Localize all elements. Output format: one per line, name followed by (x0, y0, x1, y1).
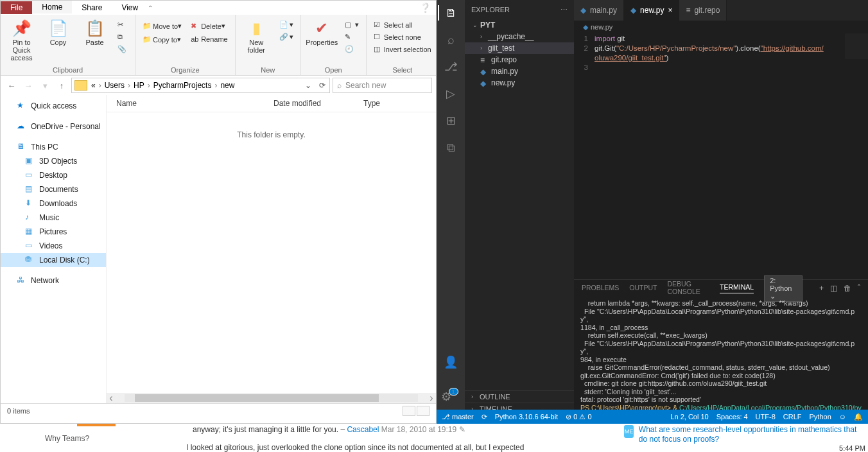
explorer-icon[interactable]: 🗎 (438, 5, 464, 21)
view-details-button[interactable] (403, 406, 415, 416)
outline-section[interactable]: ›OUTLINE (465, 390, 574, 403)
crumb-ellipsis[interactable]: « (90, 81, 97, 90)
new-item-button[interactable]: 📄▾ (275, 19, 297, 30)
sidebar-pictures[interactable]: ▦Pictures (1, 225, 106, 239)
tab-git-repo[interactable]: ≡git.repo (679, 0, 727, 21)
sidebar-desktop[interactable]: ▭Desktop (1, 168, 106, 182)
paste-shortcut-button[interactable]: 📎 (114, 44, 132, 55)
tab-main-py[interactable]: ◆main.py (574, 0, 624, 21)
crumb-new[interactable]: new (219, 81, 236, 90)
why-teams-link[interactable]: Why Teams? (45, 434, 89, 443)
copy-path-button[interactable]: ⧉ (114, 31, 132, 42)
copy-button[interactable]: 📄Copy (40, 17, 76, 49)
status-problems[interactable]: ⊘ 0 ⚠ 0 (566, 413, 591, 421)
crumb-hp[interactable]: HP (132, 81, 146, 90)
tab-output[interactable]: OUTPUT (629, 284, 657, 293)
status-eol[interactable]: CRLF (783, 413, 802, 421)
panel-more-icon[interactable]: ⋯ (560, 6, 568, 14)
open-button[interactable]: ▢▾ (341, 19, 363, 30)
source-control-icon[interactable]: ⎇ (443, 59, 458, 74)
status-feedback-icon[interactable]: ☺ (839, 413, 846, 421)
remote-icon[interactable]: ⧉ (443, 140, 458, 155)
column-headers[interactable]: Name Date modified Type (107, 95, 436, 112)
move-to-button[interactable]: 📁Move to ▾ (139, 21, 186, 31)
sidebar-documents[interactable]: ▤Documents (1, 182, 106, 196)
addr-refresh-button[interactable]: ⟳ (315, 81, 329, 90)
address-bar[interactable]: «› Users› HP› PycharmProjects› new ⌄ ⟳ (71, 78, 330, 93)
col-name[interactable]: Name (116, 99, 273, 108)
edit-button[interactable]: ✎ (341, 31, 363, 42)
settings-gear-icon[interactable]: ⚙1 (443, 389, 458, 404)
addr-dropdown-button[interactable]: ⌄ (301, 81, 315, 90)
tab-view[interactable]: View (112, 1, 148, 14)
sidebar-videos[interactable]: ▭Videos (1, 239, 106, 253)
tree-new-py[interactable]: ◆new.py (465, 77, 574, 89)
status-sync[interactable]: ⟳ (482, 413, 487, 421)
tab-share[interactable]: Share (72, 1, 112, 14)
easy-access-button[interactable]: 🔗▾ (275, 31, 297, 42)
tree-main-py[interactable]: ◆main.py (465, 65, 574, 77)
tab-problems[interactable]: PROBLEMS (582, 284, 619, 293)
col-date[interactable]: Date modified (273, 99, 363, 108)
nav-recent-button[interactable]: ▾ (38, 78, 52, 92)
run-debug-icon[interactable]: ▷ (443, 86, 458, 101)
tab-home[interactable]: Home (32, 1, 72, 15)
sidebar-local-disk-c[interactable]: ⛃Local Disk (C:) (1, 253, 106, 267)
help-icon[interactable]: ❔ (420, 3, 431, 13)
minimap[interactable] (845, 33, 868, 59)
close-icon[interactable]: × (668, 6, 672, 15)
ribbon-collapse-caret[interactable]: ⌃ (148, 4, 153, 12)
rename-button[interactable]: abRename (187, 34, 232, 44)
kill-terminal-icon[interactable]: 🗑 (844, 284, 851, 293)
nav-forward-button[interactable]: → (21, 78, 35, 92)
view-icons-button[interactable] (417, 406, 430, 416)
search-icon[interactable]: ⌕ (443, 32, 458, 48)
terminal-output[interactable]: return lambda *args, **kwargs: self._cal… (574, 297, 868, 424)
status-encoding[interactable]: UTF-8 (756, 413, 776, 421)
tab-file[interactable]: File (1, 1, 32, 14)
split-terminal-icon[interactable]: ◫ (830, 284, 837, 293)
maximize-panel-icon[interactable]: ˆ (858, 284, 860, 293)
status-language[interactable]: Python (810, 413, 831, 421)
crumb-pycharmprojects[interactable]: PycharmProjects (152, 81, 213, 90)
history-button[interactable]: 🕘 (341, 44, 363, 55)
sidebar-downloads[interactable]: ⬇Downloads (1, 196, 106, 211)
status-ln-col[interactable]: Ln 2, Col 10 (670, 413, 708, 421)
tab-debug-console[interactable]: DEBUG CONSOLE (668, 280, 710, 297)
tree-giit-test[interactable]: ›giit_test (465, 42, 574, 54)
nav-back-button[interactable]: ← (4, 78, 19, 92)
editor-breadcrumb[interactable]: ◆new.py (574, 21, 868, 33)
sidebar-3d-objects[interactable]: ▣3D Objects (1, 154, 106, 168)
col-type[interactable]: Type (363, 99, 402, 108)
related-question[interactable]: ME What are some research-level opportun… (624, 425, 862, 444)
sidebar-music[interactable]: ♪Music (1, 211, 106, 225)
pin-quick-access-button[interactable]: 📌Pin to Quick access (4, 17, 39, 64)
code-lines[interactable]: import git git.Git("C:/Users/HP/PycharmP… (595, 34, 868, 279)
tab-terminal[interactable]: TERMINAL (720, 283, 754, 293)
copy-to-button[interactable]: 📁Copy to ▾ (139, 34, 186, 45)
new-terminal-icon[interactable]: + (819, 284, 824, 293)
horizontal-scrollbar[interactable]: ‹ › (107, 393, 436, 403)
tree-git-repo[interactable]: ≡git.repo (465, 54, 574, 65)
nav-up-button[interactable]: ↑ (55, 78, 69, 92)
delete-button[interactable]: ✖Delete ▾ (187, 21, 232, 31)
paste-button[interactable]: 📋Paste (77, 17, 112, 49)
sidebar-this-pc[interactable]: 🖥This PC (1, 140, 106, 154)
scroll-thumb[interactable] (135, 394, 379, 402)
tree-root[interactable]: ⌄PYT (465, 19, 574, 31)
sidebar-quick-access[interactable]: ★Quick access (1, 99, 106, 113)
cut-button[interactable]: ✂ (114, 19, 132, 30)
extensions-icon[interactable]: ⊞ (443, 113, 458, 128)
sidebar-network[interactable]: 🖧Network (1, 274, 106, 288)
search-input[interactable]: ⌕ Search new (333, 78, 432, 93)
new-folder-button[interactable]: ▮New folder (239, 17, 274, 56)
crumb-users[interactable]: Users (103, 81, 126, 90)
tree-pycache[interactable]: ›__pycache__ (465, 31, 574, 42)
status-spaces[interactable]: Spaces: 4 (716, 413, 748, 421)
invert-selection-button[interactable]: ◫Invert selection (370, 44, 435, 55)
status-bell-icon[interactable]: 🔔 (854, 413, 863, 421)
select-none-button[interactable]: ☐Select none (370, 31, 435, 42)
select-all-button[interactable]: ☑Select all (370, 19, 435, 30)
accounts-icon[interactable]: 👤 (443, 354, 458, 370)
code-editor[interactable]: 123 import git git.Git("C:/Users/HP/Pych… (574, 33, 868, 279)
